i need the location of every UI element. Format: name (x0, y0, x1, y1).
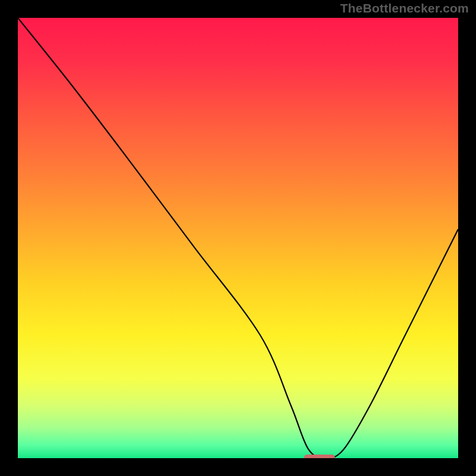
bottleneck-chart (18, 18, 458, 458)
heat-gradient-bg (18, 18, 458, 458)
chart-container: TheBottlenecker.com (0, 0, 476, 476)
optimal-range-marker (304, 455, 335, 458)
plot-area (18, 18, 458, 458)
source-watermark: TheBottlenecker.com (340, 1, 469, 15)
